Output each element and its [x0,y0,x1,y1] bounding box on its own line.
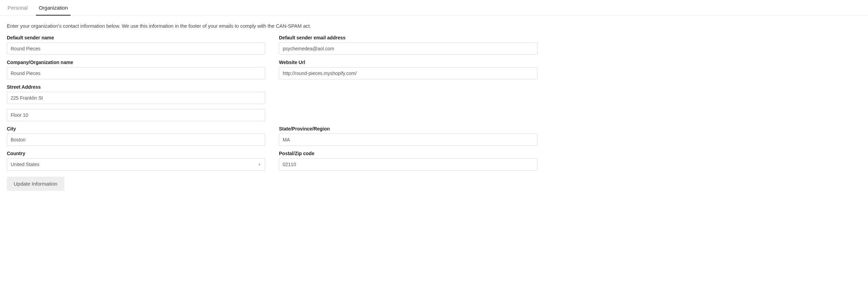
placeholder [279,84,537,104]
label-street: Street Address [7,84,265,90]
input-sender-email[interactable] [279,42,537,55]
input-state[interactable] [279,134,537,146]
field-city: City [7,126,265,146]
label-state: State/Province/Region [279,126,537,132]
input-city[interactable] [7,134,265,146]
input-postal[interactable] [279,158,537,171]
tab-personal[interactable]: Personal [7,3,28,15]
field-state: State/Province/Region [279,126,537,146]
field-sender-email: Default sender email address [279,35,537,55]
field-website: Website Url [279,60,537,79]
field-company: Company/Organization name [7,60,265,79]
form-grid: Default sender name Default sender email… [7,35,537,171]
field-country: Country United States ▼ [7,151,265,171]
label-country: Country [7,151,265,156]
input-street2[interactable] [7,109,265,121]
label-website: Website Url [279,60,537,65]
tab-organization[interactable]: Organization [38,3,68,15]
field-postal: Postal/Zip code [279,151,537,171]
input-sender-name[interactable] [7,42,265,55]
label-city: City [7,126,265,132]
intro-text: Enter your organization's contact inform… [7,23,861,29]
field-street1: Street Address [7,84,265,104]
input-street1[interactable] [7,92,265,104]
input-website[interactable] [279,67,537,79]
label-postal: Postal/Zip code [279,151,537,156]
select-country[interactable]: United States [7,158,265,171]
field-street2 [7,109,265,121]
label-sender-name: Default sender name [7,35,265,40]
label-company: Company/Organization name [7,60,265,65]
input-company[interactable] [7,67,265,79]
content: Enter your organization's contact inform… [0,16,868,201]
update-button[interactable]: Update Information [7,177,64,191]
tabs: Personal Organization [0,0,868,16]
placeholder [279,109,537,121]
field-sender-name: Default sender name [7,35,265,55]
label-sender-email: Default sender email address [279,35,537,40]
